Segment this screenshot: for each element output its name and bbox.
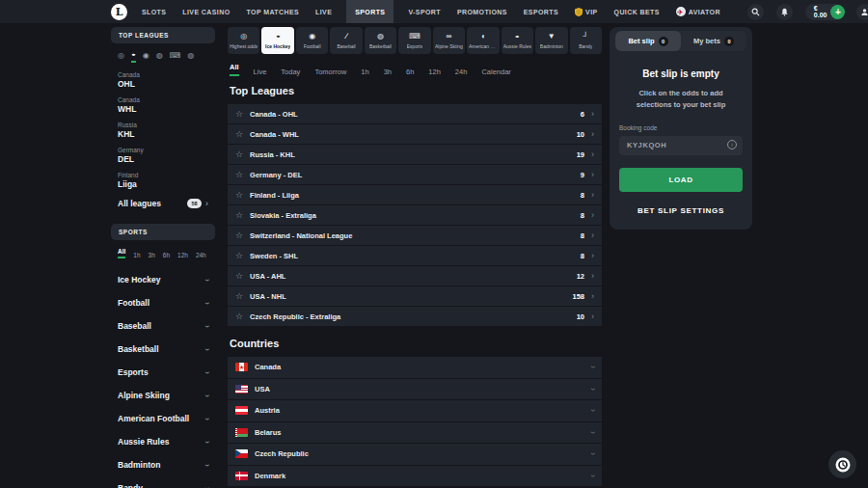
sport-chip[interactable]: Football — [296, 27, 328, 54]
tab-my-bets[interactable]: My bets 0 — [681, 31, 746, 51]
time-tab[interactable]: Live — [254, 68, 267, 76]
favorite-star-icon[interactable]: ☆ — [235, 191, 243, 200]
league-row[interactable]: ☆ Slovakia - Extraliga 8 › — [228, 205, 602, 225]
nav-item[interactable]: LIVE CASINO — [180, 0, 231, 23]
chat-widget-button[interactable] — [828, 450, 856, 478]
sport-chip[interactable]: Badminton — [535, 27, 567, 54]
nav-item[interactable]: SPORTS — [346, 0, 393, 23]
account-button[interactable] — [856, 4, 868, 20]
time-tab[interactable]: 12h — [428, 68, 441, 76]
sidebar-sport-item[interactable]: Alpine Skiing › — [111, 384, 215, 407]
league-row[interactable]: ☆ Switzerland - National League 8 › — [228, 226, 602, 245]
notifications-button[interactable] — [776, 4, 793, 20]
league-row[interactable]: ☆ Canada - WHL 10 › — [228, 124, 602, 144]
sidebar-sport-item[interactable]: Ice Hockey › — [111, 268, 215, 291]
booking-code-input[interactable] — [619, 136, 743, 155]
favorite-star-icon[interactable]: ☆ — [235, 231, 243, 240]
nav-item[interactable]: LIVE — [313, 0, 334, 23]
league-row[interactable]: ☆ USA - NHL 158 › — [228, 286, 602, 306]
sport-chip[interactable]: Basketball — [365, 27, 396, 54]
time-filter[interactable]: 3h — [149, 252, 155, 258]
sidebar-sport-item[interactable]: Bandy › — [111, 476, 215, 488]
favorite-star-icon[interactable]: ☆ — [235, 312, 243, 321]
sidebar-sport-item[interactable]: American Football › — [111, 407, 215, 430]
sidebar-league-item[interactable]: Canada WHL — [111, 95, 215, 116]
favorite-star-icon[interactable]: ☆ — [235, 171, 243, 179]
country-row[interactable]: USA › — [228, 379, 602, 400]
sidebar-league-item[interactable]: Canada OHL — [111, 69, 215, 91]
highest-odds-icon[interactable] — [118, 52, 124, 62]
favorite-star-icon[interactable]: ☆ — [235, 272, 243, 281]
sidebar-league-item[interactable]: Finland Liiga — [111, 170, 215, 191]
league-row[interactable]: ☆ USA - AHL 12 › — [228, 266, 602, 285]
football-icon[interactable] — [143, 52, 149, 62]
favorite-star-icon[interactable]: ☆ — [235, 211, 243, 220]
time-tab[interactable]: All — [230, 63, 239, 76]
time-filter[interactable]: 24h — [196, 252, 206, 258]
site-logo[interactable]: L — [111, 4, 127, 20]
basketball-icon[interactable] — [156, 52, 163, 62]
sidebar-sport-item[interactable]: Baseball › — [111, 314, 215, 338]
country-row[interactable]: Denmark › — [228, 466, 602, 487]
search-button[interactable] — [747, 4, 764, 20]
esports-icon[interactable] — [170, 52, 181, 62]
league-row[interactable]: ☆ Sweden - SHL 8 › — [228, 246, 602, 265]
balance-pill[interactable]: € 0.00 + — [805, 4, 845, 20]
league-row[interactable]: ☆ Czech Republic - Extraliga 10 › — [228, 307, 602, 326]
tab-bet-slip[interactable]: Bet slip 0 — [615, 31, 681, 51]
sidebar-sport-item[interactable]: Badminton › — [111, 453, 215, 476]
time-tab[interactable]: Calendar — [481, 68, 510, 76]
country-row[interactable]: Belarus › — [228, 422, 602, 444]
sport-chip[interactable]: American Football — [467, 27, 499, 54]
time-filter[interactable]: 1h — [133, 252, 140, 258]
nav-item-vip[interactable]: VIP — [573, 0, 599, 23]
time-tab[interactable]: 1h — [361, 68, 368, 76]
time-tab[interactable]: 24h — [455, 68, 468, 76]
favorite-star-icon[interactable]: ☆ — [235, 130, 243, 139]
deposit-plus-button[interactable]: + — [830, 5, 845, 19]
nav-item[interactable]: TOP MATCHES — [244, 0, 301, 23]
time-filter[interactable]: 6h — [163, 252, 170, 258]
favorite-star-icon[interactable]: ☆ — [235, 150, 243, 159]
time-filter[interactable]: 12h — [177, 252, 188, 258]
sport-chip[interactable]: Bandy — [570, 27, 602, 54]
sidebar-sport-item[interactable]: Esports › — [111, 361, 215, 384]
favorite-star-icon[interactable]: ☆ — [235, 110, 243, 119]
nav-item[interactable]: ESPORTS — [522, 0, 560, 23]
league-row[interactable]: ☆ Finland - Liiga 8 › — [228, 185, 602, 204]
bet-slip-settings-button[interactable]: BET SLIP SETTINGS — [619, 206, 743, 215]
favorite-star-icon[interactable]: ☆ — [235, 292, 243, 301]
sport-chip[interactable]: Highest odds — [228, 27, 259, 54]
league-row[interactable]: ☆ Canada - OHL 6 › — [228, 104, 602, 123]
time-tab[interactable]: Tomorrow — [314, 68, 346, 76]
ball-icon[interactable] — [187, 52, 194, 62]
sidebar-sport-item[interactable]: Basketball › — [111, 338, 215, 361]
country-row[interactable]: Austria › — [228, 400, 602, 421]
sport-chip[interactable]: Aussie Rules — [502, 27, 533, 54]
load-button[interactable]: LOAD — [619, 168, 743, 192]
nav-item-aviator[interactable]: ✈ AVIATOR — [674, 0, 722, 23]
sidebar-sport-item[interactable]: Football › — [111, 291, 215, 314]
nav-item-quick-bets[interactable]: QUICK BETS — [612, 0, 662, 23]
time-tab[interactable]: 6h — [406, 68, 414, 76]
country-row[interactable]: Canada › — [228, 357, 602, 378]
sport-chip[interactable]: Ice Hockey — [261, 27, 293, 54]
nav-item[interactable]: V-SPORT — [406, 0, 443, 23]
sport-chip[interactable]: Esports — [398, 27, 430, 54]
time-tab[interactable]: 3h — [384, 68, 392, 76]
time-filter[interactable]: All — [118, 248, 125, 258]
sport-chip[interactable]: Baseball — [330, 27, 362, 54]
nav-item[interactable]: PROMOTIONS — [455, 0, 509, 23]
sidebar-league-item[interactable]: Russia KHL — [111, 120, 215, 141]
league-row[interactable]: ☆ Russia - KHL 19 › — [228, 145, 602, 164]
favorite-star-icon[interactable]: ☆ — [235, 252, 243, 260]
ice-hockey-icon[interactable] — [131, 51, 136, 63]
sidebar-sport-item[interactable]: Aussie Rules › — [111, 430, 215, 453]
sport-chip[interactable]: Alpine Skiing — [433, 27, 465, 54]
league-row[interactable]: ☆ Germany - DEL 9 › — [228, 165, 602, 184]
nav-item[interactable]: SLOTS — [140, 0, 168, 23]
all-leagues-link[interactable]: All leagues 58 › — [111, 195, 215, 212]
sidebar-league-item[interactable]: Germany DEL — [111, 145, 215, 166]
time-tab[interactable]: Today — [281, 68, 300, 76]
country-row[interactable]: Czech Republic › — [228, 444, 602, 465]
